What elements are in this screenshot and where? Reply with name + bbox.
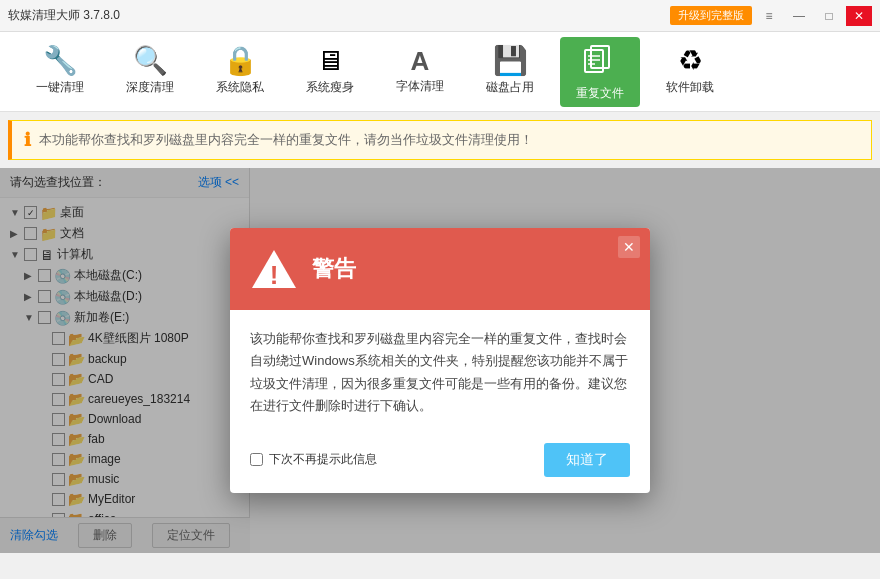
dialog-header: ! 警告 ✕ [230, 228, 650, 310]
deep-clean-label: 深度清理 [126, 79, 174, 96]
info-icon: ℹ [24, 129, 31, 151]
disk-use-icon: 💾 [493, 47, 528, 75]
no-show-again-checkbox[interactable] [250, 453, 263, 466]
dialog-footer: 下次不再提示此信息 知道了 [230, 435, 650, 493]
quick-clean-label: 一键清理 [36, 79, 84, 96]
title-bar: 软媒清理大师 3.7.8.0 升级到完整版 ≡ — □ ✕ [0, 0, 880, 32]
uninstall-label: 软件卸载 [666, 79, 714, 96]
duplicate-icon [583, 42, 617, 81]
svg-text:!: ! [270, 260, 279, 290]
privacy-label: 系统隐私 [216, 79, 264, 96]
tool-font-clean[interactable]: A 字体清理 [380, 37, 460, 107]
dialog-overlay: ! 警告 ✕ 该功能帮你查找和罗列磁盘里内容完全一样的重复文件，查找时会自动绕过… [0, 168, 880, 553]
minimize-button[interactable]: — [786, 6, 812, 26]
tool-uninstall[interactable]: ♻ 软件卸载 [650, 37, 730, 107]
info-bar: ℹ 本功能帮你查找和罗列磁盘里内容完全一样的重复文件，请勿当作垃圾文件清理使用！ [8, 120, 872, 160]
system-slim-label: 系统瘦身 [306, 79, 354, 96]
privacy-icon: 🔒 [223, 47, 258, 75]
quick-clean-icon: 🔧 [43, 47, 78, 75]
font-clean-icon: A [411, 48, 430, 74]
main-content: 请勾选查找位置： 选项 << ▼ ✓ 📁 桌面 ▶ 📁 文档 ▼ [0, 168, 880, 553]
app-title: 软媒清理大师 3.7.8.0 [8, 7, 120, 24]
font-clean-label: 字体清理 [396, 78, 444, 95]
tool-deep-clean[interactable]: 🔍 深度清理 [110, 37, 190, 107]
toolbar: 🔧 一键清理 🔍 深度清理 🔒 系统隐私 🖥 系统瘦身 A 字体清理 💾 磁盘占… [0, 32, 880, 112]
dialog-body-text: 该功能帮你查找和罗列磁盘里内容完全一样的重复文件，查找时会自动绕过Windows… [250, 331, 628, 412]
warning-icon: ! [250, 248, 298, 290]
info-text: 本功能帮你查找和罗列磁盘里内容完全一样的重复文件，请勿当作垃圾文件清理使用！ [39, 131, 533, 149]
no-show-again-label: 下次不再提示此信息 [269, 451, 377, 468]
menu-button[interactable]: ≡ [756, 6, 782, 26]
uninstall-icon: ♻ [678, 47, 703, 75]
title-bar-controls: 升级到完整版 ≡ — □ ✕ [670, 6, 872, 26]
confirm-button[interactable]: 知道了 [544, 443, 630, 477]
duplicate-label: 重复文件 [576, 85, 624, 102]
upgrade-button[interactable]: 升级到完整版 [670, 6, 752, 25]
close-button[interactable]: ✕ [846, 6, 872, 26]
dialog-close-button[interactable]: ✕ [618, 236, 640, 258]
tool-duplicate[interactable]: 重复文件 [560, 37, 640, 107]
tool-privacy[interactable]: 🔒 系统隐私 [200, 37, 280, 107]
system-slim-icon: 🖥 [316, 47, 344, 75]
tool-quick-clean[interactable]: 🔧 一键清理 [20, 37, 100, 107]
deep-clean-icon: 🔍 [133, 47, 168, 75]
no-show-again-row[interactable]: 下次不再提示此信息 [250, 451, 377, 468]
tool-disk-use[interactable]: 💾 磁盘占用 [470, 37, 550, 107]
warning-dialog: ! 警告 ✕ 该功能帮你查找和罗列磁盘里内容完全一样的重复文件，查找时会自动绕过… [230, 228, 650, 492]
dialog-title: 警告 [312, 254, 356, 284]
tool-system-slim[interactable]: 🖥 系统瘦身 [290, 37, 370, 107]
disk-use-label: 磁盘占用 [486, 79, 534, 96]
maximize-button[interactable]: □ [816, 6, 842, 26]
dialog-body: 该功能帮你查找和罗列磁盘里内容完全一样的重复文件，查找时会自动绕过Windows… [230, 310, 650, 434]
